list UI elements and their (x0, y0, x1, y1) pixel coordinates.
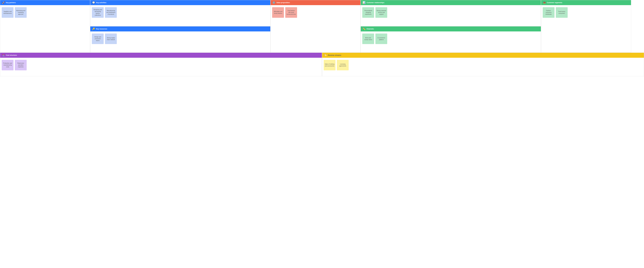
section-title: Cost structure: (6, 54, 17, 56)
resources-body: Design and production teams Strong suppl… (90, 31, 270, 52)
list-item[interactable]: Sales of clothing and accessories (324, 60, 336, 70)
revenue-icon: 🏷️ (324, 54, 327, 56)
list-item[interactable]: Fast fashion with quick turnaround time (285, 7, 297, 18)
key-partners-section: 🚀 Key partners: Suppliers and manufactur… (0, 0, 90, 53)
list-item[interactable]: Designing and developing fashion collect… (92, 7, 104, 18)
section-title: Customer relationships: (366, 2, 384, 4)
revenue-header: 🏷️ Revenue streams: (322, 53, 644, 58)
channels-body: Brick-and-mortar stores E-commerce platf… (361, 31, 541, 52)
customer-segments-section: 🍩 Customer segments: Fashion-conscious i… (541, 0, 631, 53)
resources-header: 🔑 Key resources: (90, 27, 270, 31)
bmc-bottom-grid: ✂️ Cost structure: Production and manufa… (0, 53, 644, 76)
activities-body: Designing and developing fashion collect… (90, 5, 270, 26)
value-proposition-section: ⚙️ Value proposition: Affordable and tre… (270, 0, 360, 53)
section-title: Value proposition: (276, 2, 290, 4)
relationships-body: Personalized shopping experience Strong … (361, 5, 541, 26)
key-resources-section: 🔑 Key resources: Design and production t… (90, 26, 270, 53)
list-item[interactable]: E-commerce platform (376, 34, 387, 44)
activities-icon: 💬 (92, 2, 95, 4)
key-activities-section: 💬 Key activities: Designing and developi… (90, 0, 270, 26)
cost-body: Production and manufacturing costs Retai… (0, 58, 322, 76)
segments-header: 🍩 Customer segments: (541, 0, 631, 5)
bmc-top-grid: 🚀 Key partners: Suppliers and manufactur… (0, 0, 644, 53)
channels-icon: ✏️ (362, 28, 366, 30)
partners-icon: 🚀 (2, 2, 5, 4)
value-header: ⚙️ Value proposition: (270, 0, 360, 5)
list-item[interactable]: Production and manufacturing costs (2, 60, 14, 70)
value-body: Affordable and trendy fashion Fast fashi… (270, 5, 360, 52)
list-item[interactable]: Suppliers and manufacturers (2, 7, 14, 18)
list-item[interactable]: Retail store operation expenses (15, 60, 27, 70)
list-item[interactable]: Manufacturing and distribution of produc… (105, 7, 117, 18)
section-title: Key resources: (96, 28, 108, 30)
revenue-streams-section: 🏷️ Revenue streams: Sales of clothing an… (322, 53, 644, 76)
relationships-icon: 📊 (362, 2, 366, 4)
resources-icon: 🔑 (92, 28, 95, 30)
section-title: Revenue streams: (328, 54, 342, 56)
channels-header: ✏️ Channels: (361, 27, 541, 31)
list-item[interactable]: Personalized shopping experience (362, 7, 374, 18)
list-item[interactable]: Strong supply chain network (105, 34, 117, 44)
revenue-body: Sales of clothing and accessories Licens… (322, 58, 644, 76)
activities-header: 💬 Key activities: (90, 0, 270, 5)
section-title: Customer segments: (547, 2, 562, 4)
customer-relationships-section: 📊 Customer relationships: Personalized s… (360, 0, 541, 26)
partners-header: 🚀 Key partners: (0, 0, 90, 5)
value-icon: ⚙️ (272, 2, 275, 4)
relationships-header: 📊 Customer relationships: (361, 0, 541, 5)
list-item[interactable]: Licensing agreements (337, 60, 349, 70)
list-item[interactable]: Advertising and marketing agencies (15, 7, 27, 18)
section-title: Key partners: (6, 2, 16, 4)
segments-body: Fashion-conscious individuals Trend-savv… (541, 5, 631, 52)
list-item[interactable]: Design and production teams (92, 34, 104, 44)
section-title: Key activities: (96, 2, 107, 4)
list-item[interactable]: Fashion-conscious individuals (543, 7, 554, 18)
partners-body: Suppliers and manufacturers Advertising … (0, 5, 90, 52)
section-title: Channels: (366, 28, 374, 30)
cost-structure-section: ✂️ Cost structure: Production and manufa… (0, 53, 322, 76)
list-item[interactable]: Trend-savvy consumers (556, 7, 568, 18)
channels-section: ✏️ Channels: Brick-and-mortar stores E-c… (360, 26, 541, 53)
cost-header: ✂️ Cost structure: (0, 53, 322, 58)
list-item[interactable]: Brick-and-mortar stores (362, 34, 374, 44)
cost-icon: ✂️ (2, 54, 5, 56)
list-item[interactable]: Affordable and trendy fashion (272, 7, 284, 18)
segments-icon: 🍩 (543, 2, 546, 4)
list-item[interactable]: Strong customer service and support (376, 7, 387, 18)
